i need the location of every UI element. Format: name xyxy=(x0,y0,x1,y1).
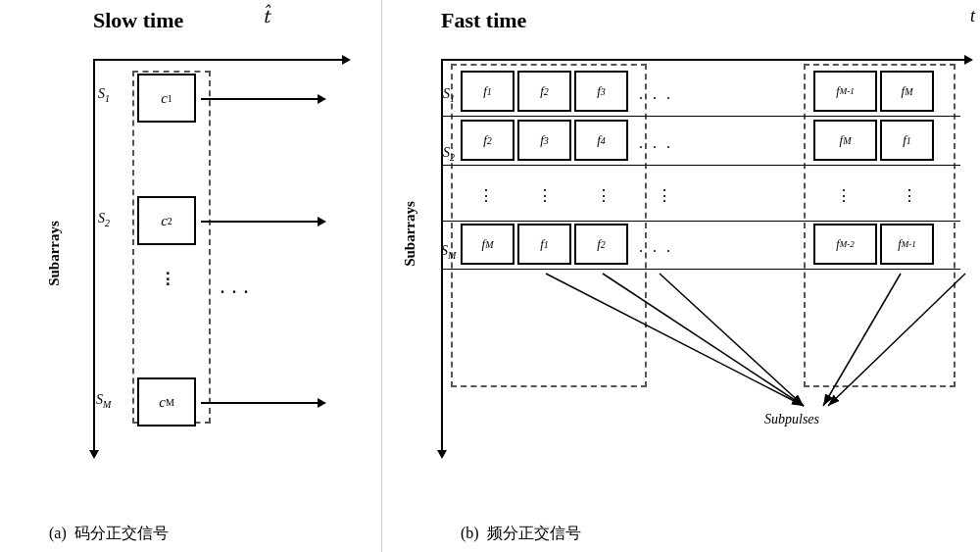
arrow-col3 xyxy=(660,274,804,406)
arrow-col4 xyxy=(823,274,901,406)
right-vdots3: ⋮ xyxy=(596,186,612,205)
subarrays-label-left: Subarrays xyxy=(46,221,63,286)
arrow-col1 xyxy=(546,274,804,406)
sm-f2: f2 xyxy=(574,224,628,265)
s1-f2: f2 xyxy=(517,71,571,112)
fast-time-axis xyxy=(441,59,965,61)
subpulses-svg xyxy=(441,269,965,465)
s2-f2: f2 xyxy=(461,120,514,161)
s1-fm1: fM-1 xyxy=(813,71,877,112)
dots-col-left: . . . xyxy=(220,279,250,297)
subarrays-label-right: Subarrays xyxy=(402,201,418,267)
sm-dots: . . . xyxy=(639,238,673,256)
row-divider-2 xyxy=(441,165,960,166)
s1-dots: . . . xyxy=(639,85,673,103)
s1-fm: fM xyxy=(880,71,934,112)
t-label: t xyxy=(970,6,975,26)
right-vdots6: ⋮ xyxy=(902,186,917,205)
t-hat-label: t̂ xyxy=(263,6,270,27)
subpulses-label: Subpulses xyxy=(764,412,819,427)
dashed-group-left xyxy=(132,71,211,424)
left-title: Slow time xyxy=(93,8,183,33)
left-caption: (a) 码分正交信号 xyxy=(49,524,169,544)
right-vdots: ⋮ xyxy=(478,186,494,205)
right-title: Fast time xyxy=(441,8,526,33)
s2-f3: f3 xyxy=(517,120,571,161)
right-vdots2: ⋮ xyxy=(537,186,553,205)
rowM-arrow xyxy=(201,402,318,404)
arrow-col5 xyxy=(828,274,965,406)
sm-fm: fM xyxy=(461,224,514,265)
row-divider-3 xyxy=(441,221,960,222)
row2-arrow xyxy=(201,221,318,223)
right-row-label-s1: S1 xyxy=(443,86,455,104)
s2-fm: fM xyxy=(813,120,877,161)
cell-c2: c2 xyxy=(137,196,196,245)
slow-time-axis xyxy=(93,59,343,61)
row1-arrow xyxy=(201,98,318,100)
left-panel: Slow time t̂ Subarrays S1 c1 S2 c2 ⋮ . .… xyxy=(0,0,382,552)
s1-f3: f3 xyxy=(574,71,628,112)
s2-f1: f1 xyxy=(880,120,934,161)
sm-fm1: fM-1 xyxy=(880,224,934,265)
s1-f1: f1 xyxy=(461,71,514,112)
dots-row-left: ⋮ xyxy=(160,270,177,288)
row-divider-1 xyxy=(441,116,960,117)
row-label-s2: S2 xyxy=(98,211,110,228)
cell-c1: c1 xyxy=(137,74,196,123)
subarrays-axis-left xyxy=(93,59,95,451)
s2-dots: . . . xyxy=(639,134,673,152)
row-label-sm: SM xyxy=(96,392,111,410)
right-caption: (b) 频分正交信号 xyxy=(461,524,581,544)
sm-fm2: fM-2 xyxy=(813,224,877,265)
arrow-col2 xyxy=(603,274,804,406)
right-vdots4: ⋮ xyxy=(657,186,672,205)
s2-f4: f4 xyxy=(574,120,628,161)
sm-f1: f1 xyxy=(517,224,571,265)
right-panel: Fast time t Subarrays S1 f1 f2 f3 . . . … xyxy=(382,0,980,552)
row-label-s1: S1 xyxy=(98,86,110,104)
right-row-label-s2: S2 xyxy=(443,145,455,163)
right-row-label-sm: SM xyxy=(441,243,456,261)
right-vdots5: ⋮ xyxy=(836,186,852,205)
cell-cm: cM xyxy=(137,377,196,427)
